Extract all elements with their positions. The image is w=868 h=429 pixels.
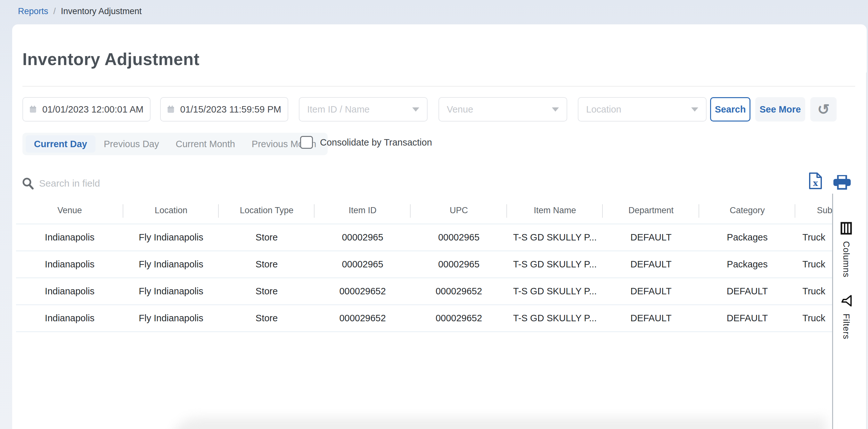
cell-location-type: Store <box>219 286 314 296</box>
column-header-upc[interactable]: UPC <box>411 197 507 224</box>
column-header-category[interactable]: Category <box>699 197 795 224</box>
cell-sub-category: Truck <box>795 313 832 323</box>
location-placeholder: Location <box>586 104 621 115</box>
consolidate-checkbox-row: Consolidate by Transaction <box>300 136 432 149</box>
cell-department: DEFAULT <box>603 286 699 296</box>
funnel-icon <box>840 294 852 307</box>
table-row[interactable]: Indianapolis Fly Indianapolis Store 0000… <box>16 278 832 305</box>
print-button[interactable] <box>833 175 851 191</box>
table-row[interactable]: Indianapolis Fly Indianapolis Store 0000… <box>16 305 832 332</box>
cell-item-id: 000029652 <box>314 313 411 323</box>
printer-icon <box>833 175 851 190</box>
reset-icon: ↺ <box>817 102 830 117</box>
column-header-location[interactable]: Location <box>123 197 219 224</box>
item-id-name-placeholder: Item ID / Name <box>307 104 370 115</box>
card-right-edge <box>866 73 867 429</box>
cell-department: DEFAULT <box>603 259 699 270</box>
cell-venue: Indianapolis <box>16 259 123 270</box>
export-excel-button[interactable]: x <box>808 172 823 190</box>
date-from-value: 01/01/2023 12:00:01 AM <box>42 104 144 115</box>
page-title: Inventory Adjustment <box>23 49 199 69</box>
svg-text:x: x <box>813 178 818 188</box>
reset-filters-button[interactable]: ↺ <box>810 97 837 121</box>
consolidate-checkbox-label: Consolidate by Transaction <box>320 137 432 148</box>
table-row[interactable]: Indianapolis Fly Indianapolis Store 0000… <box>16 251 832 278</box>
cell-upc: 00002965 <box>411 259 507 270</box>
cell-venue: Indianapolis <box>16 286 123 296</box>
search-icon <box>22 177 34 190</box>
breadcrumb: Reports / Inventory Adjustment <box>18 6 142 16</box>
table-panel-divider <box>832 194 833 429</box>
cell-sub-category: Truck <box>795 286 832 296</box>
chevron-down-icon <box>691 107 698 112</box>
cell-item-name: T-S GD SKULLY P... <box>507 259 603 270</box>
cell-location: Fly Indianapolis <box>123 232 219 243</box>
calendar-icon <box>167 103 175 115</box>
columns-panel-button[interactable]: Columns <box>840 222 852 278</box>
cell-item-id: 000029652 <box>314 286 411 296</box>
excel-file-icon: x <box>808 172 823 189</box>
cell-category: DEFAULT <box>699 313 795 323</box>
quick-range-tabs: Current Day Previous Day Current Month P… <box>23 133 328 155</box>
search-button[interactable]: Search <box>710 97 750 121</box>
table-row[interactable]: Indianapolis Fly Indianapolis Store 0000… <box>16 224 832 251</box>
cell-location-type: Store <box>219 259 314 270</box>
column-header-department[interactable]: Department <box>603 197 699 224</box>
columns-grid-icon <box>840 222 852 235</box>
cell-location: Fly Indianapolis <box>123 259 219 270</box>
cell-category: DEFAULT <box>699 286 795 296</box>
columns-panel-label: Columns <box>841 241 851 278</box>
cell-location-type: Store <box>219 313 314 323</box>
cell-department: DEFAULT <box>603 313 699 323</box>
table-header-row: Venue Location Location Type Item ID UPC… <box>16 197 832 224</box>
search-in-field-input[interactable] <box>39 173 282 193</box>
date-from-field[interactable]: 01/01/2023 12:00:01 AM <box>23 97 151 121</box>
cell-item-id: 00002965 <box>314 259 411 270</box>
bottom-sheet-shadow <box>170 418 826 429</box>
cell-venue: Indianapolis <box>16 313 123 323</box>
report-table: Venue Location Location Type Item ID UPC… <box>16 197 832 377</box>
cell-location: Fly Indianapolis <box>123 313 219 323</box>
cell-category: Packages <box>699 259 795 270</box>
venue-placeholder: Venue <box>447 104 473 115</box>
cell-item-id: 00002965 <box>314 232 411 243</box>
see-more-button[interactable]: See More <box>755 97 805 121</box>
venue-dropdown[interactable]: Venue <box>438 97 567 121</box>
date-to-field[interactable]: 01/15/2023 11:59:59 PM <box>160 97 288 121</box>
cell-location: Fly Indianapolis <box>123 286 219 296</box>
cell-upc: 00002965 <box>411 232 507 243</box>
cell-department: DEFAULT <box>603 232 699 243</box>
column-header-location-type[interactable]: Location Type <box>219 197 314 224</box>
table-search <box>22 173 282 193</box>
breadcrumb-reports-link[interactable]: Reports <box>18 6 49 16</box>
column-header-item-id[interactable]: Item ID <box>314 197 411 224</box>
cell-upc: 000029652 <box>411 286 507 296</box>
item-id-name-dropdown[interactable]: Item ID / Name <box>299 97 428 121</box>
breadcrumb-separator: / <box>54 6 56 16</box>
tab-previous-day[interactable]: Previous Day <box>95 135 167 153</box>
date-to-value: 01/15/2023 11:59:59 PM <box>180 104 282 115</box>
cell-category: Packages <box>699 232 795 243</box>
calendar-icon <box>29 103 36 115</box>
consolidate-checkbox[interactable] <box>300 136 313 149</box>
cell-sub-category: Truck <box>795 232 832 243</box>
cell-location-type: Store <box>219 232 314 243</box>
tab-current-month[interactable]: Current Month <box>167 135 243 153</box>
breadcrumb-current-page: Inventory Adjustment <box>61 6 142 16</box>
cell-item-name: T-S GD SKULLY P... <box>507 232 603 243</box>
cell-sub-category: Truck <box>795 259 832 270</box>
column-header-venue[interactable]: Venue <box>16 197 123 224</box>
cell-upc: 000029652 <box>411 313 507 323</box>
title-divider <box>23 86 855 87</box>
chevron-down-icon <box>552 107 559 112</box>
filters-panel-button[interactable]: Filters <box>840 294 852 340</box>
column-header-item-name[interactable]: Item Name <box>507 197 603 224</box>
report-card: Inventory Adjustment 01/01/2023 12:00:01… <box>12 24 867 429</box>
cell-item-name: T-S GD SKULLY P... <box>507 313 603 323</box>
location-dropdown[interactable]: Location <box>578 97 707 121</box>
chevron-down-icon <box>412 107 419 112</box>
column-header-sub-category[interactable]: Sub Category <box>795 197 832 224</box>
tab-current-day[interactable]: Current Day <box>26 135 95 153</box>
cell-venue: Indianapolis <box>16 232 123 243</box>
filters-panel-label: Filters <box>841 314 851 340</box>
